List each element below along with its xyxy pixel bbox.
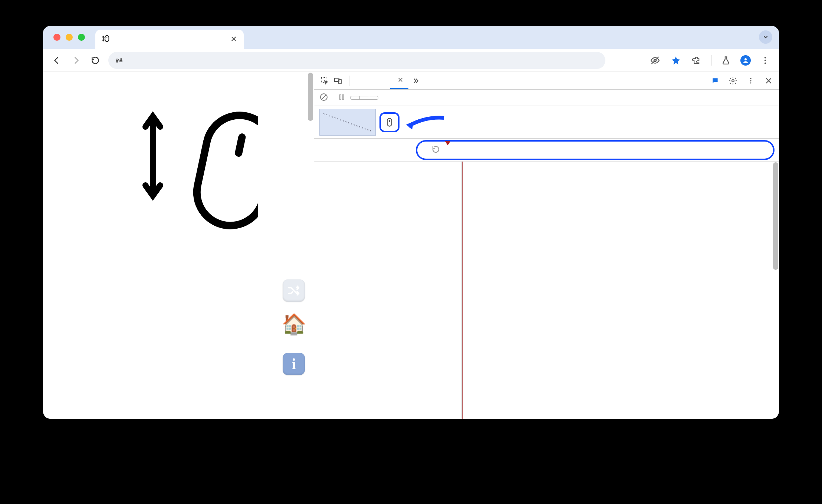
browser-menu-button[interactable] xyxy=(759,54,772,67)
svg-rect-14 xyxy=(191,109,258,232)
ruler-ticks[interactable] xyxy=(448,142,773,159)
playhead-marker-icon[interactable] xyxy=(444,140,451,146)
visibility-icon[interactable] xyxy=(649,54,661,67)
maximize-window-button[interactable] xyxy=(78,34,85,41)
playback-speed-group xyxy=(350,96,378,100)
address-bar[interactable] xyxy=(108,52,605,69)
issues-badge[interactable] xyxy=(711,77,721,84)
animation-groups-row xyxy=(314,106,779,139)
clear-icon[interactable] xyxy=(319,93,328,103)
browser-window: ✕ xyxy=(43,26,779,419)
window-menu[interactable] xyxy=(759,30,772,44)
svg-rect-26 xyxy=(342,94,344,99)
forward-button[interactable] xyxy=(70,54,82,67)
info-button[interactable]: i xyxy=(283,353,305,375)
svg-rect-0 xyxy=(105,35,109,42)
animations-toolbar xyxy=(314,90,779,106)
reload-button[interactable] xyxy=(89,54,102,67)
scroll-driven-badge[interactable] xyxy=(379,112,400,132)
speed-25[interactable] xyxy=(360,96,369,99)
page-scrollbar[interactable] xyxy=(308,73,313,121)
svg-point-22 xyxy=(750,82,751,83)
tab-strip: ✕ xyxy=(43,26,779,49)
svg-point-19 xyxy=(732,80,734,82)
callout-arrow-icon xyxy=(403,113,448,133)
svg-rect-3 xyxy=(116,59,118,60)
devtools-tab-elements[interactable] xyxy=(355,72,365,89)
back-button[interactable] xyxy=(50,54,63,67)
more-tabs-icon[interactable] xyxy=(410,77,422,85)
svg-point-11 xyxy=(765,59,766,61)
svg-point-21 xyxy=(750,80,751,81)
devtools-tab-console[interactable] xyxy=(366,72,377,89)
svg-rect-4 xyxy=(120,60,122,62)
device-toolbar-icon[interactable] xyxy=(332,76,344,85)
extensions-icon[interactable] xyxy=(690,54,703,67)
home-button[interactable]: 🏠 xyxy=(283,313,305,335)
close-window-button[interactable] xyxy=(53,34,60,41)
window-controls xyxy=(53,34,85,41)
shuffle-button[interactable] xyxy=(283,279,305,302)
page-logo xyxy=(139,102,258,236)
svg-line-24 xyxy=(322,95,326,99)
reset-playhead-icon[interactable] xyxy=(431,145,440,156)
settings-gear-icon[interactable] xyxy=(727,76,739,85)
timeline-ruler xyxy=(314,139,779,162)
devtools-tabbar: ✕ xyxy=(314,72,779,90)
devtools-menu-icon[interactable] xyxy=(745,77,757,84)
svg-point-20 xyxy=(750,78,751,79)
svg-rect-15 xyxy=(234,133,246,158)
animation-elements-list xyxy=(314,162,462,419)
devtools-tab-sources[interactable] xyxy=(378,72,389,89)
speed-100[interactable] xyxy=(351,96,360,99)
inspect-element-icon[interactable] xyxy=(319,76,331,85)
labs-icon[interactable] xyxy=(720,54,732,67)
svg-rect-28 xyxy=(387,118,392,126)
devtools-tab-animations[interactable]: ✕ xyxy=(390,72,408,89)
animation-tracks[interactable] xyxy=(462,162,779,419)
speed-10[interactable] xyxy=(369,96,378,99)
svg-point-5 xyxy=(116,61,118,62)
rendered-page[interactable]: 🏠 i xyxy=(43,72,314,419)
minimize-window-button[interactable] xyxy=(66,34,73,41)
svg-point-12 xyxy=(765,62,766,64)
svg-point-10 xyxy=(765,57,766,58)
svg-point-9 xyxy=(744,58,747,60)
devtools-panel: ✕ xyxy=(314,72,779,419)
profile-avatar[interactable] xyxy=(740,55,751,66)
animation-group-thumbnail[interactable] xyxy=(319,109,376,136)
close-tab-button[interactable]: ✕ xyxy=(230,34,237,44)
pause-icon[interactable] xyxy=(338,93,346,103)
close-devtools-icon[interactable] xyxy=(763,77,775,85)
tab-favicon xyxy=(102,34,110,44)
svg-line-27 xyxy=(323,113,372,131)
close-icon[interactable]: ✕ xyxy=(398,76,403,84)
svg-point-6 xyxy=(121,58,122,59)
ruler-highlight xyxy=(416,140,775,160)
browser-toolbar xyxy=(43,49,779,72)
content-area: 🏠 i ✕ xyxy=(43,72,779,419)
svg-rect-25 xyxy=(340,94,341,99)
browser-tab[interactable]: ✕ xyxy=(95,30,244,49)
bookmark-star-icon[interactable] xyxy=(670,54,682,67)
animations-body xyxy=(314,162,779,419)
